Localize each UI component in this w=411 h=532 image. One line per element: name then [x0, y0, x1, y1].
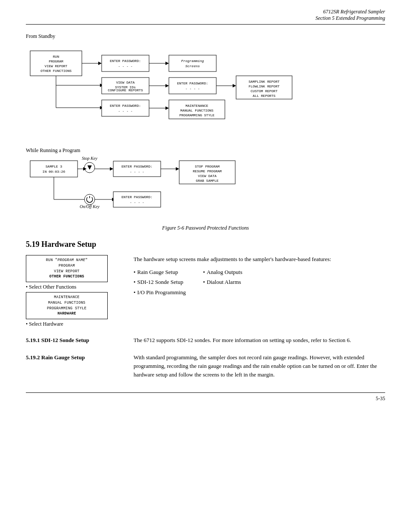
page-number: 5-35 — [376, 395, 385, 402]
svg-text:SAMPLINK REPORT: SAMPLINK REPORT — [249, 80, 280, 84]
section-heading: 5.19 Hardware Setup — [26, 240, 385, 249]
page-header: 6712SR Refrigerated Sampler Section 5 Ex… — [26, 9, 385, 25]
feature-dialout: Dialout Alarms — [203, 278, 242, 286]
svg-marker-23 — [165, 84, 169, 87]
svg-text:On/Off Key: On/Off Key — [80, 204, 100, 209]
subsection-5192-body: With standard programming, the sampler d… — [134, 353, 385, 379]
header-title: 6712SR Refrigerated Sampler — [26, 9, 385, 15]
feature-io-pin: I/O Pin Programming — [134, 288, 186, 297]
svg-text:ENTER PASSWORD:: ENTER PASSWORD: — [177, 81, 208, 85]
features-col2: Analog Outputs Dialout Alarms — [203, 268, 242, 297]
svg-rect-7 — [102, 55, 149, 72]
svg-text:VIEW DATA: VIEW DATA — [198, 174, 216, 178]
features-col1: Rain Gauge Setup SDI-12 Sonde Setup I/O … — [134, 268, 186, 297]
svg-text:PROGRAMMING STYLE: PROGRAMMING STYLE — [179, 113, 215, 117]
while-running-label: While Running a Program — [26, 147, 385, 154]
svg-marker-60 — [176, 167, 179, 171]
svg-text:- - - -: - - - - — [130, 200, 144, 204]
svg-text:CONFIGURE REPORTS: CONFIGURE REPORTS — [108, 88, 143, 92]
svg-rect-46 — [30, 161, 78, 177]
bottom-flowchart: SAMPLE 3 IN 00:03:26 Stop Key ENTER PASS… — [26, 156, 385, 221]
svg-text:IN 00:03:26: IN 00:03:26 — [43, 170, 65, 174]
svg-text:CUSTOM REPORT: CUSTOM REPORT — [251, 89, 278, 93]
svg-text:- - - -: - - - - — [185, 87, 200, 90]
svg-text:ENTER PASSWORD:: ENTER PASSWORD: — [121, 195, 153, 199]
svg-marker-6 — [98, 62, 102, 65]
feature-rain-gauge: Rain Gauge Setup — [134, 268, 186, 277]
margin-note-1: • Select Other Functions — [26, 284, 121, 290]
svg-text:SAMPLE  3: SAMPLE 3 — [46, 165, 62, 168]
header-subtitle: Section 5 Extended Programming — [26, 15, 385, 22]
subsection-5192: 5.19.2 Rain Gauge Setup With standard pr… — [26, 353, 385, 379]
svg-text:- - - -: - - - - — [130, 170, 144, 174]
subsection-5192-heading: 5.19.2 Rain Gauge Setup — [26, 353, 121, 362]
svg-rect-12 — [169, 55, 216, 72]
svg-text:MANUAL FUNCTIONS: MANUAL FUNCTIONS — [181, 109, 214, 112]
svg-rect-56 — [113, 161, 161, 177]
svg-text:ALL REPORTS: ALL REPORTS — [253, 94, 276, 98]
margin-content: RUN "PROGRAM NAME" PROGRAM VIEW REPORT O… — [26, 255, 121, 329]
svg-text:RUN: RUN — [53, 55, 59, 59]
svg-text:GRAB SAMPLE: GRAB SAMPLE — [196, 179, 219, 183]
margin-box-2: MAINTENANCE MANUAL FUNCTIONS PROGRAMMING… — [26, 292, 108, 319]
svg-text:ENTER PASSWORD:: ENTER PASSWORD: — [121, 165, 153, 168]
svg-marker-11 — [165, 62, 169, 65]
svg-text:VIEW REPORT: VIEW REPORT — [45, 64, 68, 68]
svg-text:RESUME PROGRAM: RESUME PROGRAM — [193, 169, 221, 173]
svg-rect-24 — [169, 78, 216, 94]
intro-text: The hardware setup screens make adjustme… — [134, 255, 385, 329]
svg-marker-28 — [233, 84, 236, 87]
svg-rect-37 — [102, 100, 149, 116]
hardware-setup-intro: RUN "PROGRAM NAME" PROGRAM VIEW REPORT O… — [26, 255, 385, 329]
feature-analog: Analog Outputs — [203, 268, 242, 277]
subsection-5191-heading: 5.19.1 SDI-12 Sonde Setup — [26, 336, 121, 345]
page-footer: 5-35 — [26, 392, 385, 402]
subsection-5192-heading-col: 5.19.2 Rain Gauge Setup — [26, 353, 121, 379]
margin-note-2: • Select Hardware — [26, 321, 121, 327]
subsection-5191-body: The 6712 supports SDI-12 sondes. For mor… — [134, 336, 385, 345]
margin-box-1: RUN "PROGRAM NAME" PROGRAM VIEW REPORT O… — [26, 255, 108, 282]
from-standby-label: From Standby — [26, 33, 385, 40]
svg-text:VIEW DATA: VIEW DATA — [116, 81, 134, 84]
feature-sdi12: SDI-12 Sonde Setup — [134, 278, 186, 286]
svg-text:FLOWLINK REPORT: FLOWLINK REPORT — [249, 84, 280, 88]
svg-text:OTHER FUNCTIONS: OTHER FUNCTIONS — [40, 69, 72, 73]
svg-text:ENTER PASSWORD:: ENTER PASSWORD: — [110, 59, 141, 63]
svg-rect-72 — [113, 192, 161, 207]
svg-marker-41 — [165, 106, 169, 110]
svg-text:PROGRAM: PROGRAM — [49, 59, 63, 63]
svg-point-69 — [84, 194, 95, 205]
svg-text:MAINTENANCE: MAINTENANCE — [186, 104, 209, 108]
svg-text:- - - -: - - - - — [118, 64, 133, 68]
svg-text:STOP PROGRAM: STOP PROGRAM — [195, 165, 220, 168]
svg-text:ENTER PASSWORD:: ENTER PASSWORD: — [110, 104, 141, 108]
svg-marker-55 — [110, 167, 113, 171]
svg-text:- - - -: - - - - — [118, 109, 133, 113]
svg-text:Programming: Programming — [181, 59, 204, 63]
subsection-5191-heading-col: 5.19.1 SDI-12 Sonde Setup — [26, 336, 121, 345]
figure-caption: Figure 5-6 Password Protected Functions — [26, 225, 385, 231]
svg-text:Stop Key: Stop Key — [82, 156, 97, 161]
features-list: Rain Gauge Setup SDI-12 Sonde Setup I/O … — [134, 268, 385, 297]
svg-text:Screens: Screens — [185, 64, 200, 68]
subsection-5191: 5.19.1 SDI-12 Sonde Setup The 6712 suppo… — [26, 336, 385, 345]
top-flowchart: RUN PROGRAM VIEW REPORT OTHER FUNCTIONS … — [26, 42, 385, 143]
